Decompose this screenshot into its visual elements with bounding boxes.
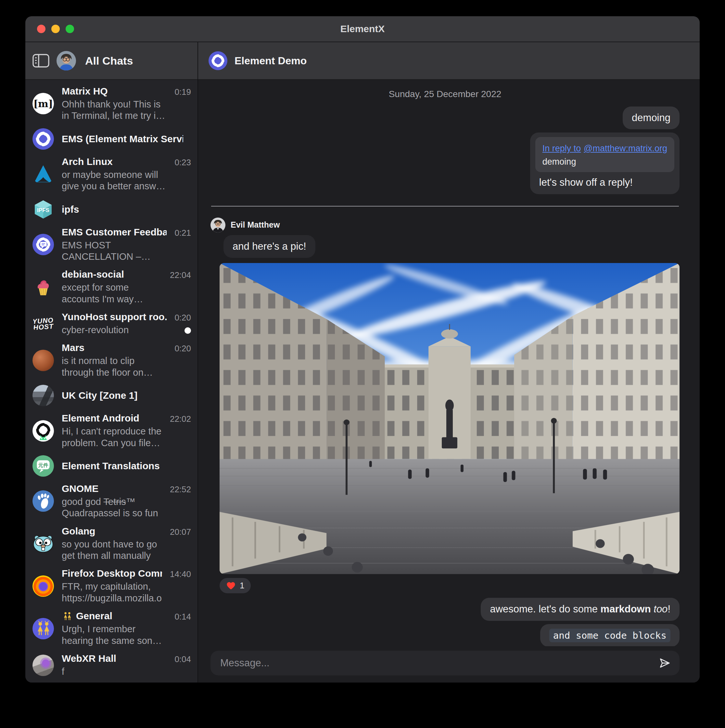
message-input-box[interactable] bbox=[210, 651, 679, 675]
chat-row-arch-linux[interactable]: Arch Linux or maybe someone will give yo… bbox=[25, 153, 198, 196]
outgoing-message-markdown[interactable]: awesome. let's do some markdown too! bbox=[481, 598, 679, 621]
reaction-heart-pill[interactable]: 1 bbox=[219, 578, 251, 593]
cupcake-emoji-avatar bbox=[32, 276, 54, 298]
close-window-button[interactable] bbox=[37, 24, 46, 33]
chat-pane: Element Demo Sunday, 25 December 2022 de… bbox=[198, 42, 700, 682]
reaction-count: 1 bbox=[240, 581, 244, 590]
firefox-logo-avatar bbox=[32, 575, 54, 597]
composer-area bbox=[198, 646, 700, 682]
message-timeline[interactable]: Sunday, 25 December 2022 demoing In repl… bbox=[198, 80, 700, 646]
yunohost-logo-avatar: YUNOHOST bbox=[32, 312, 55, 335]
chat-row-golang[interactable]: Golang so you dont have to go get them a… bbox=[25, 523, 198, 565]
chat-row-ems[interactable]: EMS (Element Matrix Servi... bbox=[25, 125, 198, 153]
chat-row-general[interactable]: General Urgh, I remember hearing the sam… bbox=[25, 607, 198, 650]
heart-icon bbox=[226, 581, 236, 590]
chat-row-matrix-hq[interactable]: [m] Matrix HQ Ohhh thank you! This is in… bbox=[25, 83, 198, 125]
svg-text:IPFS: IPFS bbox=[37, 207, 49, 213]
message-input[interactable] bbox=[220, 657, 658, 669]
elementx-window: ElementX All Chats [m] Matrix HQ Ohhh th bbox=[25, 16, 700, 682]
reply-quote-block[interactable]: In reply to @matthew:matrix.org demoing bbox=[535, 137, 674, 172]
city-photo-avatar bbox=[32, 385, 54, 406]
quoted-message-text: demoing bbox=[543, 156, 667, 168]
reply-body-text: let's show off a reply! bbox=[535, 176, 674, 189]
incoming-message-pic[interactable]: and here's a pic! bbox=[224, 235, 316, 258]
go-gopher-avatar bbox=[32, 533, 54, 554]
user-avatar[interactable] bbox=[57, 51, 76, 70]
send-button[interactable] bbox=[658, 656, 672, 670]
element-logo-avatar bbox=[32, 128, 54, 150]
room-header[interactable]: Element Demo bbox=[198, 42, 700, 80]
minimize-window-button[interactable] bbox=[51, 24, 60, 33]
element-feedback-logo-avatar bbox=[32, 234, 54, 255]
chat-row-ipfs[interactable]: IPFS ipfs bbox=[25, 196, 198, 223]
chat-row-yunohost[interactable]: YUNOHOST YunoHost support roo... cyber-r… bbox=[25, 308, 198, 339]
dancers-emoji-avatar bbox=[32, 618, 54, 639]
in-reply-to-link[interactable]: In reply to bbox=[543, 144, 581, 153]
chat-row-thirdroom[interactable]: Thirdroom > <@rek2:hispagatos.org> 21:52 bbox=[25, 681, 198, 682]
chat-row-mars[interactable]: Mars is it normal to clip through the fl… bbox=[25, 339, 198, 382]
sidebar-title: All Chats bbox=[85, 55, 133, 67]
ipfs-cube-avatar: IPFS bbox=[32, 199, 54, 220]
reply-user-link[interactable]: @matthew:matrix.org bbox=[584, 144, 667, 153]
unread-indicator-dot bbox=[184, 327, 191, 334]
zoom-window-button[interactable] bbox=[66, 24, 74, 33]
inline-code-block: and some code blocks bbox=[549, 629, 670, 642]
gnome-foot-logo-avatar bbox=[32, 490, 54, 512]
chat-list[interactable]: [m] Matrix HQ Ohhh thank you! This is in… bbox=[25, 80, 198, 682]
sidebar: All Chats [m] Matrix HQ Ohhh thank you! … bbox=[25, 42, 198, 682]
chat-row-ems-customer-feedback[interactable]: EMS Customer Feedbac... EMS HOST CANCELL… bbox=[25, 223, 198, 266]
dancers-emoji-icon bbox=[62, 610, 73, 621]
chat-row-element-android[interactable]: Element Android Hi, I can't reproduce th… bbox=[25, 410, 198, 452]
chat-row-element-translations[interactable]: 元件 Element Translations bbox=[25, 452, 198, 480]
translations-logo-avatar: 元件 bbox=[32, 455, 54, 477]
window-title: ElementX bbox=[25, 23, 700, 34]
mars-planet-avatar bbox=[32, 350, 54, 371]
chat-row-webxr-hall[interactable]: WebXR Hall f 0:04 bbox=[25, 650, 198, 681]
date-separator: Sunday, 25 December 2022 bbox=[210, 89, 679, 99]
read-marker-line bbox=[211, 206, 679, 206]
chat-row-firefox[interactable]: Firefox Desktop Comm... FTR, my capitula… bbox=[25, 565, 198, 607]
chat-row-uk-city[interactable]: UK City [Zone 1] bbox=[25, 382, 198, 410]
shared-photo-somerset-courtyard[interactable] bbox=[219, 263, 679, 574]
toggle-sidebar-icon[interactable] bbox=[32, 54, 49, 68]
chat-row-debian-social[interactable]: debian-social except for some accounts I… bbox=[25, 266, 198, 308]
arch-linux-logo-avatar bbox=[32, 163, 54, 185]
outgoing-reply-message[interactable]: In reply to @matthew:matrix.org demoing … bbox=[530, 133, 679, 194]
titlebar[interactable]: ElementX bbox=[25, 16, 700, 42]
sidebar-header: All Chats bbox=[25, 42, 198, 80]
outgoing-message-codeblock[interactable]: and some code blocks bbox=[540, 624, 679, 646]
traffic-lights bbox=[37, 24, 74, 33]
matrix-logo-avatar: [m] bbox=[32, 93, 54, 114]
room-title: Element Demo bbox=[235, 55, 307, 67]
sender-name: Evil Matthew bbox=[231, 220, 280, 229]
element-demo-room-logo bbox=[208, 51, 227, 70]
webxr-room-photo-avatar bbox=[32, 655, 54, 676]
element-android-logo-avatar bbox=[32, 420, 54, 442]
chat-row-gnome[interactable]: GNOME good god Tetris™ Quadrapassel is s… bbox=[25, 480, 198, 523]
evil-matthew-avatar[interactable] bbox=[210, 217, 225, 232]
svg-text:元件: 元件 bbox=[38, 462, 48, 468]
outgoing-message-demoing[interactable]: demoing bbox=[623, 107, 679, 129]
